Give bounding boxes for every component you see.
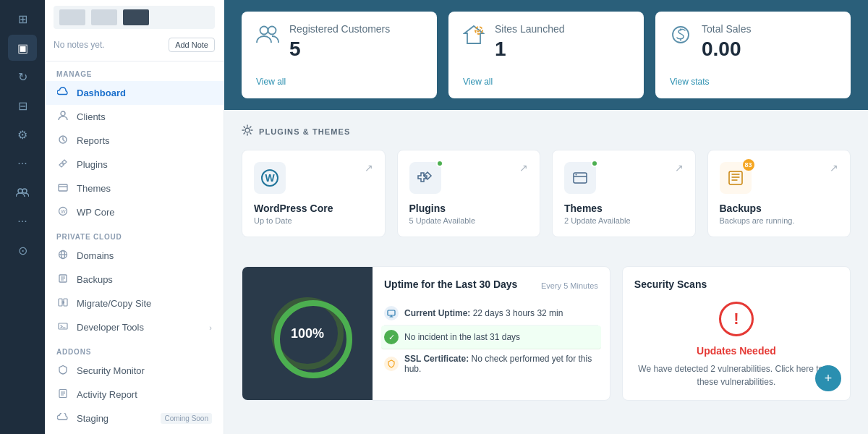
notes-text: No notes yet. [54, 40, 105, 50]
reports-icon [56, 135, 69, 147]
backups-icon [56, 273, 69, 286]
sidebar-item-backups[interactable]: Backups [45, 268, 224, 292]
table-icon[interactable]: ⊟ [8, 93, 37, 119]
plugins-status-dot [436, 160, 443, 167]
settings2-icon[interactable]: ⊙ [8, 237, 37, 263]
gear-icon[interactable]: ⚙ [8, 122, 37, 148]
migrate-label: Migrate/Copy Site [77, 298, 151, 309]
themes-arrow-icon[interactable]: ↗ [675, 162, 684, 174]
uptime-card: 100% Uptime for the Last 30 Days Every 5… [242, 266, 610, 401]
plugins-arrow-icon[interactable]: ↗ [519, 162, 528, 174]
themes-icon [56, 182, 69, 195]
stats-header: Registered Customers 5 View all Sites La… [224, 0, 868, 110]
svg-point-14 [260, 27, 268, 35]
plugin-card-themes: ↗ Themes 2 Update Available [552, 150, 696, 237]
wpcore-arrow-icon[interactable]: ↗ [365, 162, 373, 174]
plugin-card-plugins: ↗ Plugins 5 Update Available [397, 150, 541, 237]
security-status: Updates Needed [634, 345, 838, 357]
reports-label: Reports [77, 135, 110, 146]
plugins-icon [56, 158, 69, 171]
wpcore-card-name: WordPress Core [254, 203, 373, 214]
grid-icon[interactable]: ⊞ [8, 6, 37, 32]
sidebar: No notes yet. Add Note MANAGE Dashboard … [45, 0, 224, 434]
uptime-visual: 100% [242, 267, 373, 400]
themes-card-icon [564, 162, 596, 194]
sidebar-item-domains[interactable]: Domains [45, 244, 224, 268]
plugins-section-title: PLUGINS & THEMES [259, 127, 350, 136]
more-icon[interactable]: ··· [8, 150, 37, 176]
activity-report-label: Activity Report [77, 389, 137, 400]
dashboard-icon[interactable]: ▣ [8, 35, 37, 61]
thumb2 [91, 9, 117, 25]
svg-text:W: W [265, 172, 276, 184]
thumb1 [59, 9, 85, 25]
notes-row: No notes yet. Add Note [54, 35, 215, 55]
uptime-circle: 100% [271, 297, 344, 370]
private-cloud-label: PRIVATE CLOUD [45, 224, 224, 244]
incident-text: No incident in the last 31 days [404, 332, 520, 342]
plugins-card-name: Plugins [409, 203, 529, 214]
plugins-section: PLUGINS & THEMES W ↗ WordPress Core Up t… [224, 110, 868, 266]
sidebar-item-reports[interactable]: Reports [45, 129, 224, 153]
backups-card-icon: 83 [720, 162, 752, 194]
customers-icon [256, 25, 279, 48]
sites-view-all[interactable]: View all [463, 77, 629, 87]
backups-arrow-icon[interactable]: ↗ [830, 162, 838, 174]
svg-point-0 [18, 189, 22, 193]
sales-icon [670, 25, 692, 49]
sidebar-top: No notes yet. Add Note [45, 0, 224, 61]
sidebar-item-dashboard[interactable]: Dashboard [45, 81, 224, 105]
backups-card-status: Backups are running. [720, 216, 839, 225]
coming-soon-tag: Coming Soon [161, 413, 212, 424]
svg-rect-23 [729, 171, 742, 184]
uptime-info: Uptime for the Last 30 Days Every 5 Minu… [373, 267, 610, 400]
more2-icon[interactable]: ··· [8, 208, 37, 234]
user-icon [56, 111, 69, 123]
sidebar-item-migrate[interactable]: Migrate/Copy Site [45, 292, 224, 315]
shield-icon [56, 365, 69, 377]
svg-point-25 [277, 303, 349, 375]
sidebar-item-themes[interactable]: Themes [45, 176, 224, 200]
current-uptime-text: Current Uptime: 22 days 3 hours 32 min [404, 308, 563, 318]
sidebar-item-devtools[interactable]: Developer Tools › [45, 315, 224, 339]
security-fab-button[interactable]: + [815, 365, 841, 391]
svg-rect-10 [59, 299, 62, 306]
svg-point-18 [245, 128, 250, 132]
wpcore-card-icon: W [254, 162, 286, 194]
add-note-button[interactable]: Add Note [169, 38, 215, 52]
security-title: Security Scans [634, 278, 838, 290]
devtools-icon [56, 321, 69, 333]
security-card: Security Scans ! Updates Needed We have … [622, 266, 851, 401]
uptime-frequency: Every 5 Minutes [541, 281, 598, 290]
uptime-item-ssl: SSL Certificate: No check performed yet … [384, 349, 598, 378]
wpcore-label: WP Core [77, 207, 115, 218]
sidebar-item-wpcore[interactable]: W WP Core [45, 200, 224, 224]
uptime-item-incident: ✓ No incident in the last 31 days [381, 326, 601, 349]
svg-text:W: W [61, 209, 66, 214]
thumb3 [123, 9, 149, 25]
domains-icon [56, 250, 69, 262]
customers-view-all[interactable]: View all [256, 77, 422, 87]
dashboard-label: Dashboard [77, 88, 126, 98]
uptime-title: Uptime for the Last 30 Days [384, 278, 517, 290]
sidebar-item-staging[interactable]: Staging Coming Soon [45, 407, 224, 430]
site-preview [54, 6, 215, 29]
security-icon-container: ! [634, 302, 838, 336]
refresh-icon[interactable]: ↻ [8, 64, 37, 90]
svg-point-2 [61, 111, 65, 116]
plugins-label: Plugins [77, 159, 108, 170]
group-icon[interactable] [8, 179, 37, 205]
sales-view-stats[interactable]: View stats [670, 77, 836, 87]
sidebar-item-security[interactable]: Security Monitor [45, 359, 224, 383]
sidebar-item-plugins[interactable]: Plugins [45, 153, 224, 176]
stat-card-sales: Total Sales 0.00 View stats [655, 12, 851, 98]
sidebar-item-clients[interactable]: Clients [45, 105, 224, 129]
devtools-label: Developer Tools [77, 322, 144, 333]
sidebar-item-activity[interactable]: Activity Report [45, 383, 224, 407]
sales-value: 0.00 [702, 38, 751, 61]
backups-card-name: Backups [720, 203, 839, 214]
svg-point-1 [22, 189, 27, 193]
uptime-check-icon: ✓ [384, 330, 399, 344]
staging-label: Staging [77, 413, 109, 424]
sites-value: 1 [495, 38, 565, 61]
